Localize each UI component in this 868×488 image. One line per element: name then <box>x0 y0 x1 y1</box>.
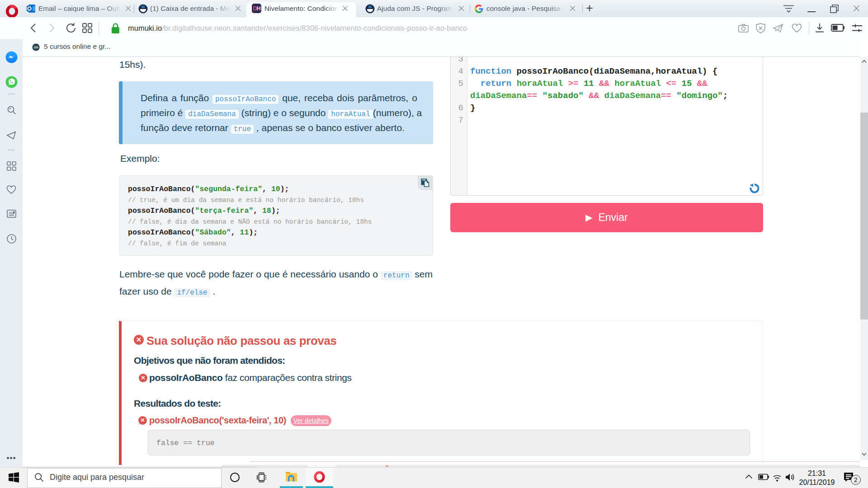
svg-text:CIFB: CIFB <box>33 47 38 49</box>
